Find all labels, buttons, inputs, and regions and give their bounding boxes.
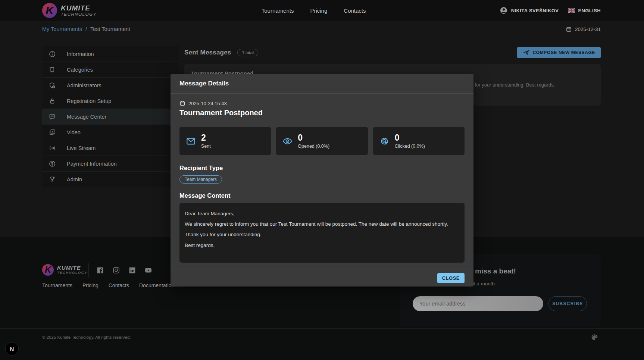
mail-icon xyxy=(186,136,196,146)
message-datetime-value: 2025-10-24 15:43 xyxy=(188,101,227,106)
message-paragraph: Dear Team Managers, xyxy=(185,211,459,216)
modal-title: Message Details xyxy=(179,80,229,87)
stat-label-sent: Sent xyxy=(201,144,211,149)
recipient-chip-team-managers: Team Managers xyxy=(179,175,222,184)
stat-value-opened: 0 xyxy=(298,133,329,143)
stat-text: 0 Opened (0.0%) xyxy=(298,133,329,149)
message-paragraph: We sincerely regret to inform you that o… xyxy=(185,222,459,227)
stat-value-clicked: 0 xyxy=(395,133,425,143)
message-paragraph: Best regards, xyxy=(185,243,459,248)
eye-icon xyxy=(282,136,293,146)
calendar-icon xyxy=(179,100,185,106)
modal-header: Message Details xyxy=(171,74,473,94)
message-content-box: Dear Team Managers, We sincerely regret … xyxy=(179,203,465,263)
message-datetime: 2025-10-24 15:43 xyxy=(179,100,227,106)
stat-label-opened: Opened (0.0%) xyxy=(298,144,329,149)
stat-card-sent: 2 Sent xyxy=(179,127,271,155)
message-stats: 2 Sent 0 Opened (0.0%) 0 Clicked (0.0% xyxy=(179,127,465,155)
recipient-type-heading: Recipient Type xyxy=(179,165,223,172)
message-content-heading: Message Content xyxy=(179,192,231,199)
stat-card-clicked: 0 Clicked (0.0%) xyxy=(373,127,465,155)
message-details-modal: Message Details 2025-10-24 15:43 Tournam… xyxy=(171,74,473,287)
click-icon xyxy=(379,136,390,146)
stat-label-clicked: Clicked (0.0%) xyxy=(395,144,425,149)
message-paragraph: Thank you for your understanding. xyxy=(185,232,459,237)
stat-value-sent: 2 xyxy=(201,133,211,143)
close-button[interactable]: CLOSE xyxy=(437,273,465,283)
stat-text: 0 Clicked (0.0%) xyxy=(395,133,425,149)
modal-footer: CLOSE xyxy=(171,269,473,287)
app: K KUMITE TECHNOLOGY Tournaments Pricing … xyxy=(0,0,644,360)
stat-card-opened: 0 Opened (0.0%) xyxy=(276,127,368,155)
nextjs-dev-badge[interactable]: N xyxy=(5,342,19,356)
message-title: Tournament Postponed xyxy=(179,109,263,117)
stat-text: 2 Sent xyxy=(201,133,211,149)
